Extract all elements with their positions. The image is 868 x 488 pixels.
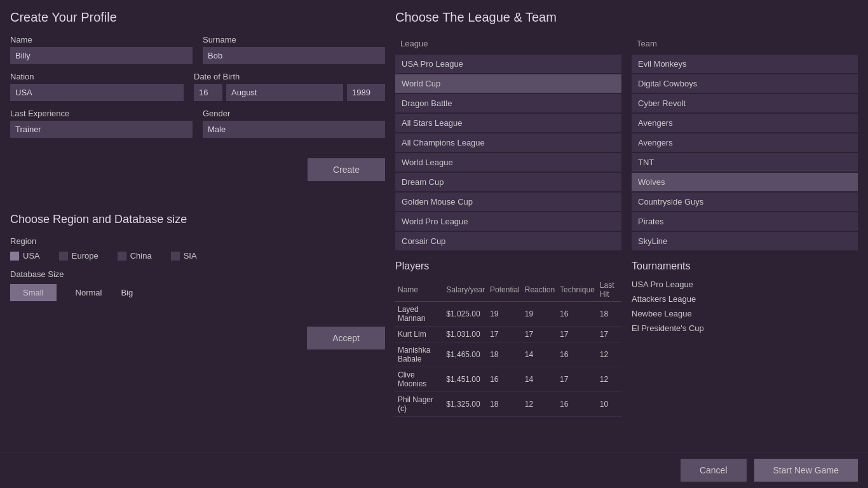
profile-section: Create Your Profile Name Surname Nation … xyxy=(10,10,385,181)
profile-title: Create Your Profile xyxy=(10,10,385,25)
tournament-list: USA Pro LeagueAttackers LeagueNewbee Lea… xyxy=(632,278,858,334)
player-technique: 17 xyxy=(557,367,597,392)
cancel-button[interactable]: Cancel xyxy=(681,459,747,482)
player-lasthit: 18 xyxy=(597,302,621,327)
col-reaction: Reaction xyxy=(522,278,557,302)
player-reaction: 17 xyxy=(522,327,557,342)
players-column: Players Name Salary/year Potential React… xyxy=(395,261,621,442)
create-button[interactable]: Create xyxy=(308,158,385,181)
name-input[interactable] xyxy=(10,47,193,64)
db-size-group: Database Size Small Normal Big xyxy=(10,269,385,301)
player-salary: $1,451.00 xyxy=(444,367,487,392)
dob-label: Date of Birth xyxy=(194,72,385,81)
team-item-4[interactable]: Avengers xyxy=(632,133,858,152)
dob-year-input[interactable] xyxy=(347,84,385,101)
region-options: USA Europe China SIA xyxy=(10,251,385,261)
team-item-7[interactable]: Countryside Guys xyxy=(632,193,858,211)
nation-group: Nation xyxy=(10,72,184,101)
db-big-label: Big xyxy=(121,288,133,297)
player-lasthit: 10 xyxy=(597,392,621,417)
player-technique: 16 xyxy=(557,302,597,327)
player-name: Manishka Babale xyxy=(395,342,444,367)
surname-input[interactable] xyxy=(203,47,385,64)
db-options: Small Normal Big xyxy=(10,284,385,301)
league-item-1[interactable]: World Cup xyxy=(395,74,621,93)
nation-label: Nation xyxy=(10,72,184,81)
surname-label: Surname xyxy=(203,35,385,44)
league-item-2[interactable]: Dragon Battle xyxy=(395,94,621,112)
table-row: Layed Mannan $1,025.00 19 19 16 18 xyxy=(395,302,621,327)
exp-value: Trainer xyxy=(10,121,193,138)
region-china-label: China xyxy=(130,251,152,261)
region-section-title: Choose Region and Database size xyxy=(10,213,385,226)
db-label: Database Size xyxy=(10,269,64,279)
bottom-bar: Cancel Start New Game xyxy=(0,452,868,488)
player-reaction: 12 xyxy=(522,392,557,417)
exp-gender-row: Last Experience Trainer Gender Male xyxy=(10,109,385,138)
dob-month-input[interactable] xyxy=(226,84,343,101)
region-sia-label: SIA xyxy=(184,251,197,261)
right-panel: Choose The League & Team League USA Pro … xyxy=(395,10,858,442)
gender-label: Gender xyxy=(203,109,385,118)
team-item-5[interactable]: TNT xyxy=(632,153,858,172)
player-salary: $1,325.00 xyxy=(444,392,487,417)
region-china-radio xyxy=(118,252,126,261)
dob-day-input[interactable] xyxy=(194,84,222,101)
start-new-game-button[interactable]: Start New Game xyxy=(754,459,858,482)
league-item-0[interactable]: USA Pro League xyxy=(395,55,621,73)
db-small-btn[interactable]: Small xyxy=(10,284,57,301)
league-item-7[interactable]: Golden Mouse Cup xyxy=(395,193,621,211)
league-item-6[interactable]: Dream Cup xyxy=(395,173,621,191)
team-item-0[interactable]: Evil Monkeys xyxy=(632,55,858,73)
list-item: Newbee League xyxy=(632,308,858,320)
players-tournaments-section: Players Name Salary/year Potential React… xyxy=(395,261,858,442)
region-europe-label: Europe xyxy=(72,251,98,261)
region-group: Region USA Europe China xyxy=(10,236,385,261)
league-item-9[interactable]: Corsair Cup xyxy=(395,232,621,250)
region-sia-radio xyxy=(171,252,180,261)
table-row: Kurt Lim $1,031.00 17 17 17 17 xyxy=(395,327,621,342)
player-reaction: 14 xyxy=(522,342,557,367)
accept-button[interactable]: Accept xyxy=(307,327,385,349)
league-item-8[interactable]: World Pro League xyxy=(395,212,621,231)
team-item-2[interactable]: Cyber Revolt xyxy=(632,94,858,112)
nation-dob-row: Nation Date of Birth xyxy=(10,72,385,101)
player-reaction: 14 xyxy=(522,367,557,392)
table-row: Clive Moonies $1,451.00 16 14 17 12 xyxy=(395,367,621,392)
league-column: League USA Pro League World Cup Dragon B… xyxy=(395,35,621,250)
team-item-8[interactable]: Pirates xyxy=(632,212,858,231)
team-item-6[interactable]: Wolves xyxy=(632,173,858,191)
exp-group: Last Experience Trainer xyxy=(10,109,193,138)
region-europe[interactable]: Europe xyxy=(59,251,98,261)
col-name: Name xyxy=(395,278,444,302)
list-item: El Presidente's Cup xyxy=(632,322,858,334)
player-potential: 18 xyxy=(487,392,522,417)
league-item-4[interactable]: All Champions League xyxy=(395,133,621,152)
player-technique: 16 xyxy=(557,392,597,417)
league-col-header: League xyxy=(395,35,621,52)
region-usa[interactable]: USA xyxy=(10,251,40,261)
team-item-1[interactable]: Digital Cowboys xyxy=(632,74,858,93)
col-potential: Potential xyxy=(487,278,522,302)
region-label: Region xyxy=(10,236,36,246)
exp-label: Last Experience xyxy=(10,109,193,118)
team-col-header: Team xyxy=(632,35,858,52)
league-item-5[interactable]: World League xyxy=(395,153,621,172)
players-header-row: Name Salary/year Potential Reaction Tech… xyxy=(395,278,621,302)
left-panel: Create Your Profile Name Surname Nation … xyxy=(10,10,385,442)
team-item-3[interactable]: Avengers xyxy=(632,114,858,132)
nation-input[interactable] xyxy=(10,84,184,101)
league-team-section: League USA Pro League World Cup Dragon B… xyxy=(395,35,858,250)
player-potential: 17 xyxy=(487,327,522,342)
db-normal-label: Normal xyxy=(76,288,102,297)
list-item: Attackers League xyxy=(632,293,858,305)
name-label: Name xyxy=(10,35,193,44)
league-list: USA Pro League World Cup Dragon Battle A… xyxy=(395,55,621,250)
region-usa-radio xyxy=(10,252,19,261)
region-china[interactable]: China xyxy=(118,251,152,261)
player-name: Kurt Lim xyxy=(395,327,444,342)
region-sia[interactable]: SIA xyxy=(171,251,197,261)
team-item-9[interactable]: SkyLine xyxy=(632,232,858,250)
surname-group: Surname xyxy=(203,35,385,64)
league-item-3[interactable]: All Stars League xyxy=(395,114,621,132)
